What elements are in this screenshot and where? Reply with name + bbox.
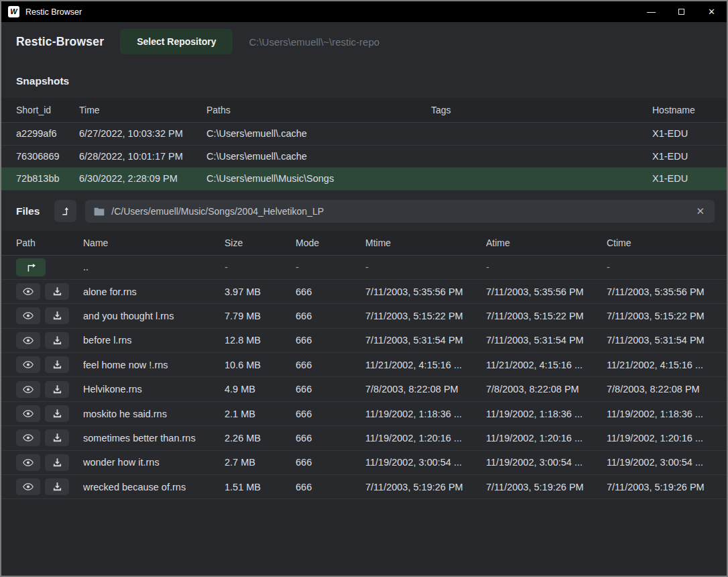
download-file-button[interactable]: [45, 405, 69, 422]
preview-file-button[interactable]: [16, 356, 40, 373]
file-row: wonder how it.rns2.7 MB66611/19/2002, 3:…: [1, 451, 727, 475]
minimize-icon: —: [647, 7, 656, 17]
file-ctime: 7/11/2003, 5:31:54 PM: [607, 335, 727, 346]
level-up-button[interactable]: [54, 200, 76, 222]
file-actions: [16, 405, 83, 422]
download-icon: [52, 335, 62, 346]
app-window: W Restic Browser — ✕ Restic-Browser Sele…: [0, 0, 728, 577]
up-directory-button[interactable]: [16, 258, 46, 276]
file-ctime: 7/11/2003, 5:35:56 PM: [607, 286, 727, 297]
download-icon: [52, 409, 62, 419]
preview-file-button[interactable]: [16, 478, 40, 495]
preview-file-button[interactable]: [16, 283, 40, 300]
snapshot-paths: C:\Users\emuell\.cache: [206, 151, 431, 162]
file-actions: [16, 283, 83, 300]
file-mode: 666: [296, 311, 365, 321]
download-file-button[interactable]: [45, 283, 69, 300]
file-row: alone for.rns3.97 MB6667/11/2003, 5:35:5…: [1, 280, 727, 304]
minimize-button[interactable]: —: [636, 1, 666, 22]
eye-icon: [23, 287, 34, 296]
snapshot-hostname: X1-EDU: [652, 128, 727, 139]
preview-file-button[interactable]: [16, 381, 40, 398]
file-actions: [16, 258, 83, 276]
download-file-button[interactable]: [45, 478, 69, 495]
column-header-mode: Mode: [296, 238, 365, 248]
column-header-hostname: Hostname: [652, 105, 727, 115]
file-ctime: 11/19/2002, 1:18:36 ...: [607, 409, 727, 419]
column-header-path: Path: [16, 238, 83, 248]
snapshot-row[interactable]: 763068696/28/2022, 10:01:17 PMC:\Users\e…: [1, 146, 727, 168]
eye-icon: [23, 311, 34, 320]
return-up-icon: [25, 262, 37, 272]
file-name: sometimes better than.rns: [83, 433, 225, 443]
file-mode: 666: [296, 482, 365, 492]
file-size: 2.1 MB: [225, 409, 296, 419]
file-mode: 666: [296, 360, 365, 370]
snapshot-row-selected[interactable]: 72b813bb6/30/2022, 2:28:09 PMC:\Users\em…: [1, 168, 727, 191]
file-actions: [16, 356, 83, 373]
file-mtime: 7/11/2003, 5:31:54 PM: [365, 335, 486, 346]
file-row: feel home now !.rns10.6 MB66611/21/2002,…: [1, 353, 727, 377]
download-icon: [52, 384, 62, 395]
files-table-header: PathNameSizeModeMtimeAtimeCtime: [1, 231, 727, 256]
file-atime: 11/21/2002, 4:15:16 ...: [486, 360, 607, 370]
snapshot-hostname: X1-EDU: [652, 173, 727, 184]
file-mtime: 7/11/2003, 5:19:26 PM: [365, 482, 486, 492]
download-file-button[interactable]: [45, 332, 69, 349]
download-file-button[interactable]: [45, 429, 69, 446]
preview-file-button[interactable]: [16, 307, 40, 324]
file-actions: [16, 381, 83, 398]
file-size: 4.9 MB: [225, 384, 296, 395]
maximize-icon: [678, 9, 684, 15]
download-icon: [52, 286, 62, 297]
files-heading: Files: [16, 205, 40, 217]
titlebar-left: W Restic Browser: [1, 6, 636, 17]
eye-icon: [23, 458, 34, 467]
file-name: wonder how it.rns: [83, 457, 225, 468]
preview-file-button[interactable]: [16, 405, 40, 422]
file-name: alone for.rns: [83, 286, 225, 297]
file-row: sometimes better than.rns2.26 MB66611/19…: [1, 426, 727, 450]
file-mode: -: [296, 262, 365, 272]
column-header-name: Name: [83, 238, 225, 248]
file-actions: [16, 478, 83, 495]
close-button[interactable]: ✕: [696, 1, 727, 22]
download-file-button[interactable]: [45, 454, 69, 471]
download-file-button[interactable]: [45, 381, 69, 398]
column-header-ctime: Ctime: [607, 238, 727, 248]
maximize-button[interactable]: [666, 1, 696, 22]
files-table: PathNameSizeModeMtimeAtimeCtime ..-----a…: [1, 231, 727, 500]
current-path-bar[interactable]: /C/Users/emuell/Music/Songs/2004_Helveti…: [85, 200, 715, 223]
file-actions: [16, 332, 83, 349]
file-row-parent[interactable]: ..-----: [1, 256, 727, 280]
file-size: 10.6 MB: [225, 360, 296, 370]
app-name: Restic-Browser: [16, 35, 104, 49]
snapshot-row[interactable]: a2299af66/27/2022, 10:03:32 PMC:\Users\e…: [1, 123, 727, 146]
column-header-size: Size: [225, 238, 296, 248]
file-ctime: -: [607, 262, 727, 272]
current-path: /C/Users/emuell/Music/Songs/2004_Helveti…: [111, 206, 688, 217]
file-mtime: 7/8/2003, 8:22:08 PM: [365, 384, 486, 395]
column-header-tags: Tags: [431, 105, 652, 115]
file-mtime: 11/19/2002, 3:00:54 ...: [365, 457, 486, 468]
file-mtime: 7/11/2003, 5:35:56 PM: [365, 286, 486, 297]
download-file-button[interactable]: [45, 356, 69, 373]
eye-icon: [23, 433, 34, 442]
column-header-mtime: Mtime: [365, 238, 486, 248]
download-file-button[interactable]: [45, 307, 69, 324]
clear-path-button[interactable]: ✕: [694, 206, 706, 216]
wails-app-icon: W: [8, 6, 19, 17]
download-icon: [52, 458, 62, 468]
file-ctime: 11/21/2002, 4:15:16 ...: [607, 360, 727, 370]
eye-icon: [23, 360, 34, 369]
preview-file-button[interactable]: [16, 454, 40, 471]
file-atime: 7/8/2003, 8:22:08 PM: [486, 384, 607, 395]
window-controls: — ✕: [636, 1, 727, 22]
files-bar: Files /C/Users/emuell/Music/Songs/2004_H…: [1, 191, 727, 231]
select-repository-button[interactable]: Select Repository: [120, 29, 233, 54]
preview-file-button[interactable]: [16, 429, 40, 446]
file-mode: 666: [296, 384, 365, 395]
file-name: wrecked because of.rns: [83, 482, 225, 492]
preview-file-button[interactable]: [16, 332, 40, 349]
file-size: -: [225, 262, 296, 272]
